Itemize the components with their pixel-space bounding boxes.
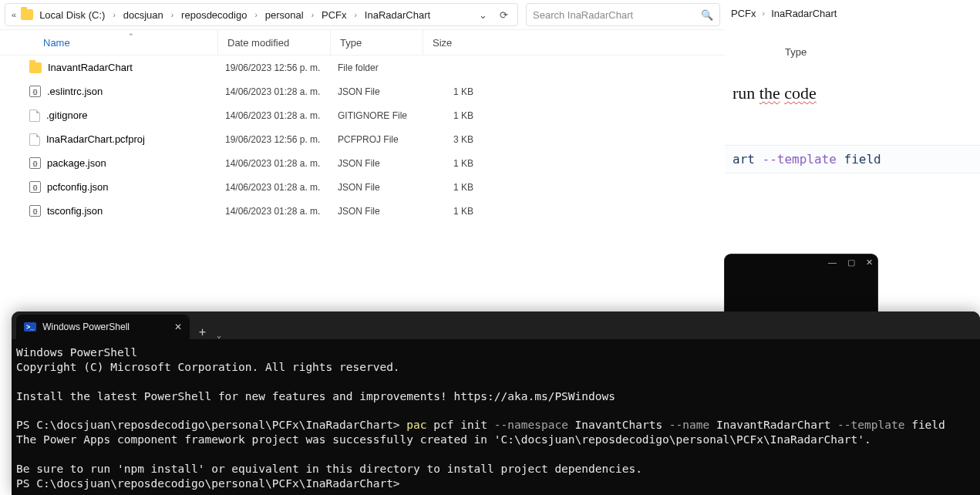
breadcrumb-3[interactable]: personal — [262, 8, 307, 22]
file-name: package.json — [47, 157, 106, 169]
background-window: PCFx › InaRadarChart Type run the code a… — [725, 0, 980, 26]
list-item[interactable]: {} pcfconfig.json 14/06/2023 01:28 a. m.… — [29, 175, 725, 199]
file-name: .eslintrc.json — [47, 86, 103, 97]
file-name: tsconfig.json — [47, 205, 103, 217]
terminal-output[interactable]: Windows PowerShell Copyright (C) Microso… — [12, 339, 980, 495]
file-date: 14/06/2023 01:28 a. m. — [217, 182, 330, 193]
history-chevrons-icon[interactable]: « — [10, 10, 18, 19]
background-terminal-window[interactable]: — ▢ ✕ — [725, 254, 877, 315]
file-size: 1 KB — [423, 206, 481, 217]
column-headers: Name Date modified Type Size — [0, 29, 725, 56]
term-line: Windows PowerShell — [16, 346, 137, 359]
list-item[interactable]: .gitignore 14/06/2023 01:28 a. m. GITIGN… — [29, 103, 725, 127]
term-prompt: PS C:\docsjuan\reposdecodigo\personal\PC… — [16, 477, 400, 490]
file-size: 3 KB — [423, 134, 481, 145]
powershell-icon: >_ — [24, 322, 36, 332]
terminal-tab-bar: >_ Windows PowerShell ✕ + ⌄ — [12, 311, 980, 339]
list-item[interactable]: InaRadarChart.pcfproj 19/06/2023 12:56 p… — [29, 127, 725, 151]
search-box[interactable]: 🔍 — [526, 3, 720, 26]
maximize-icon[interactable]: ▢ — [847, 258, 855, 268]
file-size: 1 KB — [423, 110, 481, 121]
column-size[interactable]: Size — [423, 30, 481, 55]
doc-code-partial: art --template field — [725, 145, 980, 173]
search-icon[interactable]: 🔍 — [701, 9, 713, 21]
file-type: JSON File — [330, 206, 423, 217]
file-icon — [29, 133, 40, 146]
term-line: The Power Apps component framework proje… — [16, 433, 871, 446]
background-column-type[interactable]: Type — [785, 46, 807, 58]
address-bar[interactable]: « Local Disk (C:) › docsjuan › reposdeco… — [5, 3, 518, 26]
term-cmd: pac — [406, 419, 426, 431]
file-type: File folder — [330, 62, 423, 73]
file-type: PCFPROJ File — [330, 134, 423, 145]
list-item[interactable]: InavantRadarChart 19/06/2023 12:56 p. m.… — [29, 56, 725, 79]
folder-icon — [21, 9, 33, 20]
json-file-icon: {} — [29, 205, 41, 217]
file-date: 19/06/2023 12:56 p. m. — [217, 62, 330, 73]
close-icon[interactable]: ✕ — [866, 258, 873, 268]
column-name[interactable]: Name — [29, 30, 217, 55]
chevron-right-icon: › — [253, 11, 258, 19]
chevron-right-icon: › — [170, 11, 175, 19]
tab-title: Windows PowerShell — [42, 322, 130, 332]
breadcrumb-5[interactable]: InaRadarChart — [362, 8, 433, 22]
file-explorer-window: « Local Disk (C:) › docsjuan › reposdeco… — [0, 0, 725, 223]
file-date: 19/06/2023 12:56 p. m. — [217, 134, 330, 145]
file-date: 14/06/2023 01:28 a. m. — [217, 86, 330, 97]
file-name: InavantRadarChart — [48, 62, 133, 73]
file-date: 14/06/2023 01:28 a. m. — [217, 206, 330, 217]
refresh-icon[interactable]: ⟳ — [495, 9, 513, 21]
term-line: Copyright (C) Microsoft Corporation. All… — [16, 361, 400, 373]
json-file-icon: {} — [29, 157, 41, 169]
json-file-icon: {} — [29, 181, 41, 193]
breadcrumb-2[interactable]: reposdecodigo — [178, 8, 250, 22]
chevron-right-icon: › — [352, 11, 358, 19]
term-prompt: PS C:\docsjuan\reposdecodigo\personal\PC… — [16, 419, 400, 431]
doc-heading-partial: run the code — [725, 83, 980, 103]
file-type: JSON File — [330, 158, 423, 169]
list-item[interactable]: {} tsconfig.json 14/06/2023 01:28 a. m. … — [29, 199, 725, 223]
file-date: 14/06/2023 01:28 a. m. — [217, 158, 330, 169]
dropdown-icon[interactable]: ⌄ — [474, 9, 492, 21]
folder-icon — [29, 62, 42, 73]
breadcrumb-1[interactable]: docsjuan — [120, 8, 167, 22]
file-date: 14/06/2023 01:28 a. m. — [217, 110, 330, 121]
file-size: 1 KB — [423, 86, 481, 97]
sort-asc-icon: ⌃ — [128, 32, 134, 40]
list-item[interactable]: {} .eslintrc.json 14/06/2023 01:28 a. m.… — [29, 79, 725, 103]
file-type: JSON File — [330, 86, 423, 97]
breadcrumb-item[interactable]: PCFx — [731, 8, 756, 19]
file-size: 1 KB — [423, 182, 481, 193]
list-item[interactable]: {} package.json 14/06/2023 01:28 a. m. J… — [29, 151, 725, 175]
file-list: InavantRadarChart 19/06/2023 12:56 p. m.… — [0, 56, 725, 223]
breadcrumb-0[interactable]: Local Disk (C:) — [36, 8, 108, 22]
powershell-window: >_ Windows PowerShell ✕ + ⌄ Windows Powe… — [12, 311, 980, 495]
new-tab-button[interactable]: + — [190, 325, 215, 339]
file-name: InaRadarChart.pcfproj — [46, 133, 145, 145]
file-name: .gitignore — [46, 109, 87, 121]
close-tab-icon[interactable]: ✕ — [174, 322, 182, 332]
breadcrumb-item[interactable]: InaRadarChart — [771, 8, 837, 19]
term-line: Install the latest PowerShell for new fe… — [16, 390, 615, 402]
search-input[interactable] — [533, 9, 701, 21]
json-file-icon: {} — [29, 86, 41, 97]
file-name: pcfconfig.json — [47, 181, 109, 193]
column-type[interactable]: Type — [330, 30, 423, 55]
chevron-right-icon: › — [310, 11, 315, 19]
term-line: Be sure to run 'npm install' or equivale… — [16, 463, 642, 475]
terminal-tab[interactable]: >_ Windows PowerShell ✕ — [16, 315, 190, 339]
file-icon — [29, 109, 40, 122]
chevron-right-icon: › — [111, 11, 116, 19]
minimize-icon[interactable]: — — [828, 258, 837, 268]
column-date[interactable]: Date modified — [217, 30, 330, 55]
tab-dropdown-icon[interactable]: ⌄ — [215, 331, 223, 339]
file-type: GITIGNORE File — [330, 110, 423, 121]
chevron-right-icon: › — [763, 8, 766, 18]
address-search-row: « Local Disk (C:) › docsjuan › reposdeco… — [0, 0, 725, 29]
breadcrumb-4[interactable]: PCFx — [318, 8, 350, 22]
file-size: 1 KB — [423, 158, 481, 169]
background-breadcrumb: PCFx › InaRadarChart — [725, 0, 980, 26]
file-type: JSON File — [330, 182, 423, 193]
